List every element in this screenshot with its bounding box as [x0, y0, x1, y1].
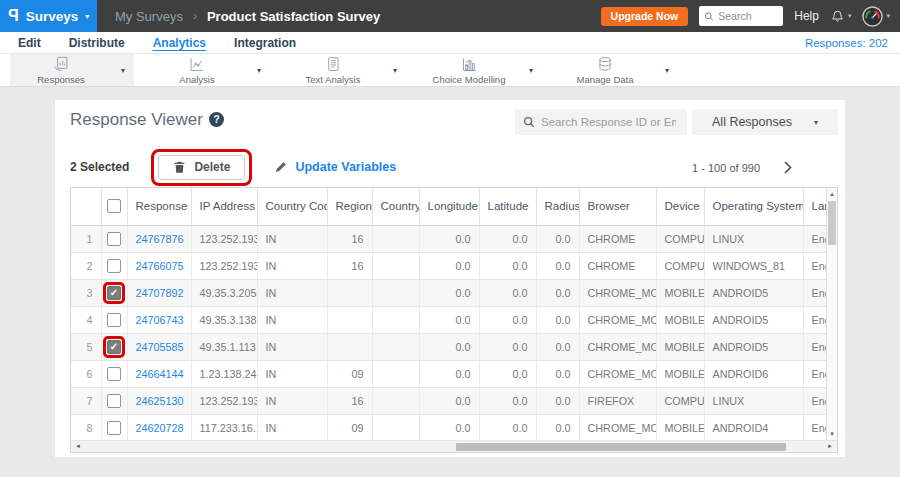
header-country[interactable]: Country — [372, 188, 419, 225]
tab-integration[interactable]: Integration — [234, 36, 296, 50]
breadcrumb: My Surveys › Product Satisfaction Survey — [97, 9, 380, 24]
global-search[interactable] — [699, 6, 783, 26]
global-search-input[interactable] — [718, 10, 778, 22]
next-page-button[interactable] — [784, 160, 792, 178]
header-radius[interactable]: Radius — [536, 188, 579, 225]
cell-longitude: 0.0 — [419, 252, 479, 279]
row-checkbox[interactable] — [107, 394, 121, 408]
responses-count-link[interactable]: Responses: 202 — [805, 37, 900, 49]
scroll-down-icon[interactable]: ▾ — [827, 430, 837, 438]
table-row: 7 24625130 123.252.193.148 IN 16 0.0 0.0… — [71, 387, 828, 414]
response-search-input[interactable] — [541, 116, 676, 128]
row-checkbox[interactable] — [107, 232, 121, 246]
response-id-link[interactable]: 24620728 — [136, 422, 184, 434]
checkbox-annotation-ring — [103, 282, 125, 304]
header-browser[interactable]: Browser — [579, 188, 656, 225]
cell-ip-address: 1.23.138.24 — [191, 360, 257, 387]
header-ip-address[interactable]: IP Address — [191, 188, 257, 225]
cell-browser: CHROME_MOBILE — [579, 360, 656, 387]
upgrade-now-button[interactable]: Upgrade Now — [601, 7, 689, 26]
tab-edit[interactable]: Edit — [18, 36, 41, 50]
breadcrumb-my-surveys[interactable]: My Surveys — [115, 9, 183, 24]
cell-language: Eng — [803, 306, 828, 333]
cell-response-id: 24767876 — [127, 225, 191, 252]
row-checkbox[interactable] — [107, 367, 121, 381]
response-id-link[interactable]: 24766075 — [136, 260, 184, 272]
toolbar-text-analysis-button[interactable]: Text Analysis — [282, 54, 384, 86]
toolbar-responses-label: Responses — [37, 74, 85, 85]
chevron-down-icon: ▾ — [848, 12, 852, 20]
toolbar-manage-data-caret[interactable]: ▾ — [656, 66, 678, 75]
cell-operating-system: LINUX — [704, 387, 803, 414]
toolbar-analysis-button[interactable]: Analysis — [146, 54, 248, 86]
row-checkbox[interactable] — [107, 313, 121, 327]
response-id-link[interactable]: 24707892 — [136, 287, 184, 299]
checkbox-annotation-ring — [103, 390, 125, 412]
cell-device: COMPUTER — [656, 225, 704, 252]
cell-ip-address: 123.252.193.148 — [191, 225, 257, 252]
response-id-link[interactable]: 24664144 — [136, 368, 184, 380]
header-longitude[interactable]: Longitude — [419, 188, 479, 225]
vertical-scroll-thumb[interactable] — [828, 201, 836, 245]
response-id-link[interactable]: 24767876 — [136, 233, 184, 245]
tab-analytics[interactable]: Analytics — [153, 36, 206, 50]
toolbar-choice-modelling-button[interactable]: Choice Modelling — [418, 54, 520, 86]
search-icon — [704, 11, 714, 22]
scroll-right-icon[interactable]: ▸ — [825, 442, 835, 450]
tab-distribute[interactable]: Distribute — [69, 36, 125, 50]
toolbar-responses-button[interactable]: Responses — [10, 54, 112, 86]
horizontal-scroll-thumb[interactable] — [456, 443, 786, 451]
header-device[interactable]: Device — [656, 188, 704, 225]
response-id-link[interactable]: 24705585 — [136, 341, 184, 353]
help-question-icon[interactable]: ? — [209, 112, 224, 127]
toolbar-group-choice-modelling: Choice Modelling ▾ — [418, 54, 542, 86]
help-link[interactable]: Help — [794, 9, 819, 23]
row-number: 8 — [71, 414, 101, 441]
select-all-checkbox[interactable] — [107, 199, 121, 213]
text-analysis-icon — [324, 56, 342, 73]
delete-button[interactable]: Delete — [158, 155, 245, 180]
response-id-link[interactable]: 24625130 — [136, 395, 184, 407]
header-operating-system[interactable]: Operating System — [704, 188, 803, 225]
toolbar-text-analysis-caret[interactable]: ▾ — [384, 66, 406, 75]
checkbox-annotation-ring — [103, 228, 125, 250]
row-checkbox[interactable] — [107, 421, 121, 435]
cell-country-code: IN — [257, 387, 327, 414]
surveys-product-menu[interactable]: P Surveys ▾ — [0, 0, 97, 32]
response-search[interactable] — [515, 109, 687, 135]
table-row: 2 24766075 123.252.193.148 IN 16 0.0 0.0… — [71, 252, 828, 279]
responses-filter-dropdown[interactable]: All Responses ▾ — [692, 109, 838, 135]
vertical-scrollbar[interactable]: ▴ ▾ — [826, 188, 837, 440]
responses-table: Response ID▲ IP Address Country Code Reg… — [71, 188, 828, 442]
header-country-code[interactable]: Country Code — [257, 188, 327, 225]
notifications-button[interactable]: ▾ — [830, 9, 852, 24]
row-checkbox[interactable] — [107, 340, 121, 354]
responses-table-container: Response ID▲ IP Address Country Code Reg… — [70, 187, 838, 453]
header-latitude[interactable]: Latitude — [479, 188, 536, 225]
header-language[interactable]: Lar — [803, 188, 828, 225]
horizontal-scrollbar[interactable]: ◂ ▸ — [71, 440, 837, 452]
response-id-link[interactable]: 24706743 — [136, 314, 184, 326]
update-variables-button[interactable]: Update Variables — [274, 160, 396, 174]
toolbar-analysis-caret[interactable]: ▾ — [248, 66, 270, 75]
toolbar-responses-caret[interactable]: ▾ — [112, 66, 134, 75]
cell-country-code: IN — [257, 306, 327, 333]
toolbar-choice-modelling-label: Choice Modelling — [433, 74, 506, 85]
toolbar-choice-modelling-caret[interactable]: ▾ — [520, 66, 542, 75]
account-menu[interactable]: ▾ — [862, 6, 890, 27]
analytics-toolbar: Responses ▾ Analysis ▾ Text Analysis ▾ — [0, 54, 900, 87]
cell-latitude: 0.0 — [479, 387, 536, 414]
cell-browser: FIREFOX — [579, 387, 656, 414]
cell-region — [327, 279, 372, 306]
toolbar-manage-data-button[interactable]: Manage Data — [554, 54, 656, 86]
cell-country-code: IN — [257, 333, 327, 360]
header-region[interactable]: Region — [327, 188, 372, 225]
header-response-id[interactable]: Response ID▲ — [127, 188, 191, 225]
row-checkbox[interactable] — [107, 259, 121, 273]
toolbar-group-text-analysis: Text Analysis ▾ — [282, 54, 406, 86]
cell-language: Eng — [803, 414, 828, 441]
scroll-left-icon[interactable]: ◂ — [73, 442, 83, 450]
cell-radius: 0.0 — [536, 306, 579, 333]
row-checkbox[interactable] — [107, 286, 121, 300]
scroll-up-icon[interactable]: ▴ — [827, 190, 837, 198]
